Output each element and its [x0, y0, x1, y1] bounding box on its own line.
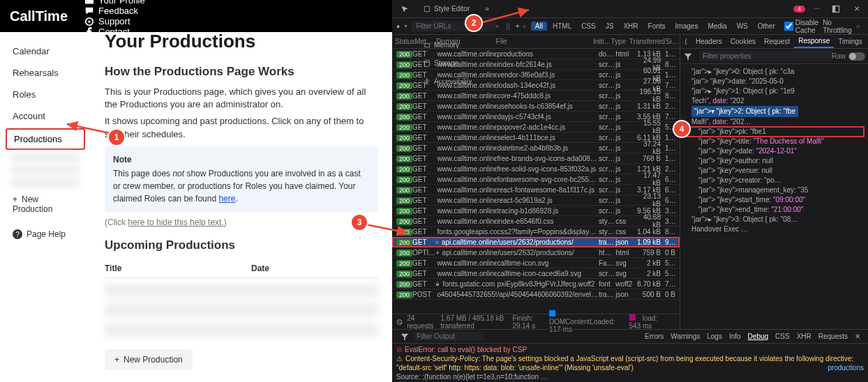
console-filter-debug[interactable]: Debug — [748, 333, 768, 340]
type-filter-ws[interactable]: WS — [733, 22, 752, 31]
network-request-row[interactable]: 200GETwww.calltime.onlinecalltime-icon.s… — [392, 258, 680, 268]
json-property[interactable]: "jar"> "jkey">date: "2024-12-01" — [684, 146, 864, 156]
col-method[interactable]: Met… — [414, 38, 436, 45]
type-filter-media[interactable]: Media — [703, 22, 731, 31]
page-help-link[interactable]: Page Help — [6, 225, 85, 243]
col-file[interactable]: File — [496, 38, 593, 45]
filter-icon[interactable] — [683, 52, 693, 61]
brand-logo[interactable]: CallTime — [10, 8, 68, 24]
filter-output-input[interactable] — [414, 332, 484, 341]
json-property[interactable]: "jar"> "jkey">end_time: "21:00:00" — [684, 205, 864, 215]
col-size[interactable]: Si… — [666, 38, 680, 45]
network-request-row[interactable]: 200GETwww.calltime.onlinepopover2-adc1e4… — [392, 122, 680, 132]
json-property[interactable]: "jar"> "jkey">venue: null — [684, 166, 864, 176]
requests-count: 24 requests — [407, 314, 433, 330]
json-property[interactable]: "jar">▸ "jkey">0: Object { pk: "c3a — [684, 67, 864, 77]
console-close-icon[interactable]: ✕ — [855, 333, 860, 340]
type-filter-fonts[interactable]: Fonts — [644, 22, 670, 31]
type-filter-js[interactable]: JS — [601, 22, 618, 31]
json-property[interactable]: Tech", date: "202 — [684, 96, 864, 106]
type-filter-other[interactable]: Other — [754, 22, 779, 31]
type-filter-xhr[interactable]: XHR — [619, 22, 642, 31]
json-property[interactable]: "jar"> "jkey">title: "The Duchess of Mal… — [684, 137, 864, 146]
sidebar-item-rehearsals[interactable]: Rehearsals — [6, 63, 85, 82]
json-property[interactable]: "jar"> "jkey">author: null — [684, 156, 864, 166]
sidebar-item-calendar[interactable]: Calendar — [6, 42, 85, 61]
console-filter-info[interactable]: Info — [729, 333, 741, 340]
col-domain[interactable]: Domain — [436, 38, 495, 45]
json-property[interactable]: "jar"> "jkey">management_key: "35 — [684, 185, 864, 195]
dock-icon[interactable] — [826, 0, 848, 18]
json-property[interactable]: "jar"> "jkey">start_time: "09:00:00" — [684, 195, 864, 205]
detail-tab-timings[interactable]: Timings — [834, 35, 867, 48]
network-request-row[interactable]: 200GETwww.calltime.onlinefree-brands-svg… — [392, 153, 680, 164]
console-message[interactable]: Content-Security-Policy: The page's sett… — [396, 354, 864, 372]
throttling-select[interactable]: No Throttling — [823, 19, 852, 34]
new-production-button[interactable]: New Production — [105, 349, 193, 370]
note-label: Note — [113, 153, 370, 166]
col-initiator[interactable]: Initi… — [593, 38, 611, 45]
devtools-tab-style-editor[interactable]: Style Editor — [417, 0, 479, 18]
json-property[interactable]: "jar">▸ "jkey">3: Object { pk: "08… — [684, 215, 864, 224]
console-message[interactable]: EvalError: call to eval() blocked by CSP — [396, 345, 864, 354]
network-request-row[interactable]: 200GETwww.calltime.onlinefontawesome-svg… — [392, 174, 680, 185]
network-request-row[interactable]: 200GETfonts.gstatic.compxiEyp8kv8JHgFVrJ… — [392, 279, 680, 289]
detail-tab-request[interactable]: Request — [760, 35, 794, 48]
devtools-menu-icon[interactable]: ⋯ — [808, 0, 826, 18]
network-request-row[interactable]: 200GETfonts.googleapis.comcss2?family=Po… — [392, 227, 680, 237]
console-filter-css[interactable]: CSS — [775, 333, 790, 340]
json-property[interactable]: "jar">▾ "jkey">2: Object { pk: "fbe — [684, 106, 864, 117]
raw-toggle[interactable]: Raw — [832, 52, 865, 61]
col-transferred[interactable]: Transferred — [629, 38, 666, 45]
console-filter-xhr[interactable]: XHR — [797, 333, 811, 340]
type-filter-css[interactable]: CSS — [577, 22, 600, 31]
network-request-row[interactable]: 200OPTI…api.calltime.online/users/2632/p… — [392, 247, 680, 258]
console-source-link[interactable]: productions — [828, 363, 864, 372]
inspector-picker-icon[interactable] — [395, 0, 417, 18]
topnav-feedback[interactable]: Feedback — [84, 6, 145, 16]
json-property[interactable]: Malfi", date: "202… — [684, 117, 864, 127]
har-icon[interactable] — [856, 22, 860, 31]
stop-icon[interactable] — [396, 317, 403, 327]
type-filter-images[interactable]: Images — [671, 22, 703, 31]
col-type[interactable]: Type — [611, 38, 629, 45]
close-devtools-icon[interactable]: ✕ — [848, 0, 865, 18]
console-filter-warnings[interactable]: Warnings — [671, 333, 700, 340]
json-property[interactable]: "jar">▸ "jkey">1: Object { pk: "1e9 — [684, 86, 864, 96]
note-here-link[interactable]: here — [218, 194, 235, 204]
network-request-row[interactable]: 200POSTo4504544573265592.i…/api/45045446… — [392, 289, 680, 300]
console-filter-requests[interactable]: Requests — [818, 333, 848, 340]
new-production-link[interactable]: New Production — [6, 190, 85, 218]
col-status[interactable]: Status — [392, 38, 414, 45]
filter-icon[interactable] — [404, 22, 407, 31]
network-request-row[interactable]: 200GETwww.calltime.onlineusehooks-ts-c63… — [392, 101, 680, 112]
topnav-support[interactable]: Support — [84, 16, 145, 26]
disable-cache-checkbox[interactable]: Disable Cache — [784, 19, 818, 34]
console-message[interactable]: Source: ;(function n(e){let t=1e3,n=10;f… — [396, 372, 864, 381]
json-property[interactable]: "jar"> "jkey">creator: "po… — [684, 176, 864, 185]
console-filter-logs[interactable]: Logs — [707, 333, 722, 340]
detail-tab-cookies[interactable]: Cookies — [726, 35, 760, 48]
close-detail-icon[interactable]: ⟨ — [680, 35, 691, 48]
detail-tab-headers[interactable]: Headers — [691, 35, 726, 48]
devtools-tabs: InspectorConsoleDebuggerNetworkStyle Edi… — [392, 0, 868, 18]
console-filter-errors[interactable]: Errors — [645, 333, 664, 340]
network-request-row[interactable]: 200GETwww.calltime.onlinecore-475dddc8.j… — [392, 91, 680, 101]
hide-help-link[interactable]: here to hide this help text. — [128, 217, 223, 227]
json-property[interactable]: "jar"> "jkey">date: "2025-05-0 — [684, 77, 864, 86]
network-request-row[interactable]: 200GETwww.calltime.onlinecalltime-icon-c… — [392, 268, 680, 279]
detail-tab-response[interactable]: Response — [794, 35, 834, 48]
filter-icon[interactable] — [400, 332, 410, 342]
network-request-row[interactable]: 200GETwww.calltime.onlineindex-e6546f0.c… — [392, 216, 680, 227]
json-property[interactable]: Handover Exec … — [684, 224, 864, 234]
type-filter-html[interactable]: HTML — [548, 22, 576, 31]
topnav-your-profile[interactable]: Your Profile — [84, 0, 145, 6]
trash-icon[interactable] — [396, 22, 400, 31]
json-property[interactable]: "jar"> "jkey">pk: "fbe1 — [684, 127, 864, 137]
filter-properties-input[interactable] — [700, 51, 832, 61]
sidebar-item-roles[interactable]: Roles — [6, 85, 85, 104]
network-request-row[interactable]: 200GETapi.calltime.online/users/2632/pro… — [392, 237, 680, 247]
error-count-badge[interactable]: 4 — [793, 6, 805, 13]
network-request-row[interactable]: 200GETwww.calltime.onlinereact-5c9619a2.… — [392, 195, 680, 206]
network-request-row[interactable]: 200GETwww.calltime.onlinedatetime2-ab4b8… — [392, 143, 680, 153]
